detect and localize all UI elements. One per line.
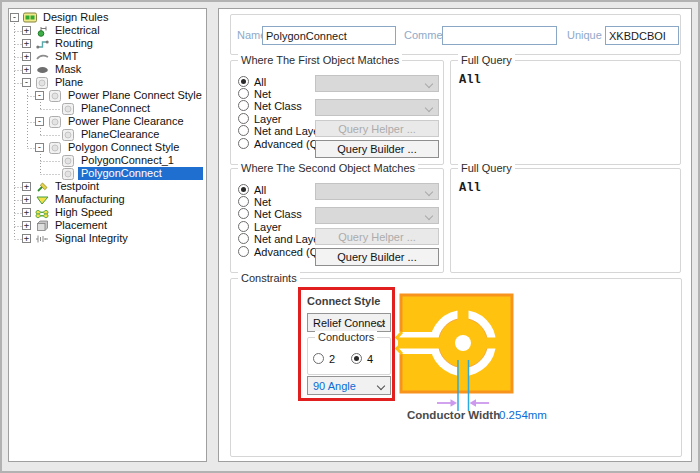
net-class-dropdown (315, 99, 439, 116)
tree-item-design-rules[interactable]: - Design Rules (9, 11, 206, 24)
radio-label: Net (254, 88, 271, 100)
expand-icon[interactable]: + (22, 208, 31, 217)
expand-icon[interactable]: + (22, 39, 31, 48)
radio-label: 4 (367, 353, 373, 365)
tree-item-label: Power Plane Clearance (65, 115, 187, 128)
spoke-top (458, 308, 469, 322)
collapse-icon[interactable]: - (35, 117, 44, 126)
tree-item-high-speed[interactable]: + High Speed (9, 206, 206, 219)
tree-item-electrical[interactable]: + Electrical (9, 24, 206, 37)
expander-placeholder (48, 130, 57, 139)
radio-icon[interactable] (238, 113, 249, 124)
tree-item-power-plane-clearance[interactable]: - Power Plane Clearance (9, 115, 206, 128)
radio-option-2-conductors[interactable]: 2 (313, 352, 335, 365)
tree-item-label: Placement (52, 219, 110, 232)
rule-editor-panel: Name Comment Unique ID Where The First O… (218, 8, 692, 462)
tree-item-manufacturing[interactable]: + Manufacturing (9, 193, 206, 206)
collapse-icon[interactable]: - (35, 143, 44, 152)
chevron-down-icon (425, 188, 433, 196)
arrow-right-icon (451, 399, 458, 407)
tree-item-mask[interactable]: + Mask (9, 63, 206, 76)
radio-icon[interactable] (238, 233, 249, 244)
connect-style-dropdown[interactable]: Relief Connect (307, 313, 391, 332)
tree-item-label: Electrical (52, 24, 103, 37)
radio-icon[interactable] (238, 125, 249, 136)
tree-item-polygonconnect-1[interactable]: PolygonConnect_1 (9, 154, 206, 167)
tree-item-polygonconnect-selected[interactable]: PolygonConnect (9, 167, 206, 180)
radio-option-net-class[interactable]: Net Class (238, 99, 302, 112)
design-rules-icon (23, 12, 37, 24)
expander-placeholder (48, 104, 57, 113)
radio-icon[interactable] (351, 353, 362, 364)
query-builder-button[interactable]: Query Builder ... (315, 140, 439, 158)
radio-icon[interactable] (238, 138, 249, 149)
radio-option-net-class[interactable]: Net Class (238, 207, 302, 220)
tree-item-testpoint[interactable]: + Testpoint (9, 180, 206, 193)
tree-item-placement[interactable]: + Placement (9, 219, 206, 232)
radio-icon[interactable] (238, 208, 249, 219)
rule-icon (61, 168, 75, 180)
radio-icon[interactable] (238, 100, 249, 111)
query-builder-button[interactable]: Query Builder ... (315, 248, 439, 266)
radio-icon[interactable] (238, 76, 249, 87)
radio-icon[interactable] (238, 196, 249, 207)
rule-category-icon (35, 77, 49, 89)
radio-icon[interactable] (238, 246, 249, 257)
expand-icon[interactable]: + (22, 182, 31, 191)
group-title: Conductors (315, 331, 377, 344)
pad-hole (455, 335, 471, 351)
tree-item-smt[interactable]: + SMT (9, 50, 206, 63)
name-input[interactable] (262, 26, 396, 45)
radio-label: Layer (254, 113, 282, 125)
query-helper-button: Query Helper ... (315, 120, 439, 137)
collapse-icon[interactable]: - (10, 13, 19, 22)
expand-icon[interactable]: + (22, 234, 31, 243)
query-helper-button: Query Helper ... (315, 228, 439, 245)
electrical-icon (35, 25, 49, 37)
conductor-width-value[interactable]: 0.254mm (499, 409, 547, 421)
entry-trace (398, 338, 463, 349)
net-dropdown (315, 75, 439, 92)
radio-icon[interactable] (313, 353, 324, 364)
expander-placeholder (48, 169, 57, 178)
radio-icon[interactable] (238, 221, 249, 232)
tree-item-label: Power Plane Connect Style (65, 89, 205, 102)
tree-item-routing[interactable]: + Routing (9, 37, 206, 50)
tree-item-planeclearance[interactable]: PlaneClearance (9, 128, 206, 141)
radio-option-net-and-layer[interactable]: Net and Layer (238, 232, 323, 245)
tree-item-power-plane-connect-style[interactable]: - Power Plane Connect Style (9, 89, 206, 102)
radio-icon[interactable] (238, 184, 249, 195)
conductor-width-label: Conductor Width (407, 409, 500, 421)
radio-option-4-conductors[interactable]: 4 (351, 352, 373, 365)
tree-item-plane[interactable]: - Plane (9, 76, 206, 89)
expand-icon[interactable]: + (22, 221, 31, 230)
dropdown-value: 90 Angle (313, 380, 356, 392)
rule-category-icon (48, 116, 62, 128)
expand-icon[interactable]: + (22, 26, 31, 35)
expand-icon[interactable]: + (22, 195, 31, 204)
comment-input[interactable] (442, 26, 557, 45)
unique-id-input[interactable] (605, 26, 679, 45)
group-title: Where The First Object Matches (238, 54, 402, 67)
angle-dropdown[interactable]: 90 Angle (307, 376, 391, 395)
expand-icon[interactable]: + (22, 65, 31, 74)
dropdown-value: Relief Connect (313, 317, 385, 329)
tree-item-label: Testpoint (52, 180, 102, 193)
spoke-right (484, 338, 498, 349)
group-title: Full Query (458, 54, 515, 67)
tree-item-signal-integrity[interactable]: + Signal Integrity (9, 232, 206, 245)
radio-icon[interactable] (238, 88, 249, 99)
rule-category-icon (48, 90, 62, 102)
tree-item-polygon-connect-style[interactable]: - Polygon Connect Style (9, 141, 206, 154)
pcb-rules-dialog: - Design Rules + Electrical + Routing + … (0, 0, 700, 473)
collapse-icon[interactable]: - (35, 91, 44, 100)
expand-icon[interactable]: + (22, 52, 31, 61)
full-query-group-2: Full Query All (450, 168, 681, 273)
tree-item-planeconnect[interactable]: PlaneConnect (9, 102, 206, 115)
radio-option-net-and-layer[interactable]: Net and Layer (238, 124, 323, 137)
collapse-icon[interactable]: - (22, 78, 31, 87)
full-query-text: All (459, 73, 481, 87)
first-object-matches-group: Where The First Object Matches All Net N… (230, 60, 444, 165)
manufacturing-icon (35, 194, 49, 206)
tree-item-label: Mask (52, 63, 84, 76)
